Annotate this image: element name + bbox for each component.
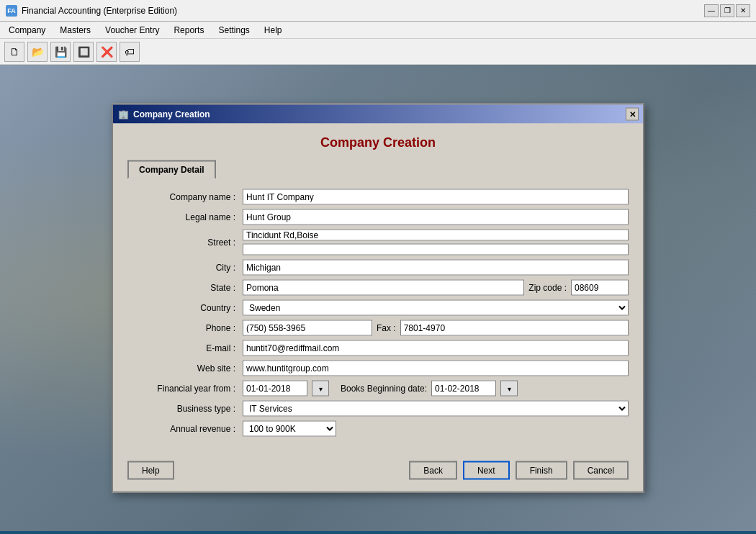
toolbar-tag[interactable]: 🏷 [120, 42, 140, 62]
city-row: City : [127, 260, 629, 276]
zip-input[interactable] [571, 280, 629, 296]
menu-voucher-entry[interactable]: Voucher Entry [99, 24, 165, 37]
menu-company[interactable]: Company [3, 24, 51, 37]
cancel-button[interactable]: Cancel [573, 461, 629, 480]
tab-company-detail[interactable]: Company Detail [127, 160, 216, 179]
dialog-close-button[interactable]: ✕ [626, 108, 639, 121]
app-icon: FA [6, 5, 17, 17]
legal-name-input[interactable] [243, 209, 629, 225]
website-label: Web site : [127, 363, 243, 374]
app-title: Financial Accounting (Enterprise Edition… [22, 6, 177, 16]
financial-year-row: Financial year from : ▾ Books Beginning … [127, 381, 629, 397]
fax-input[interactable] [400, 320, 629, 336]
state-label: State : [127, 283, 243, 293]
menu-masters[interactable]: Masters [54, 24, 96, 37]
close-button[interactable]: ✕ [736, 4, 750, 17]
fax-label: Fax : [377, 323, 396, 333]
street-row: Street : [127, 230, 629, 255]
phone-input[interactable] [243, 320, 372, 336]
fin-year-calendar-button[interactable]: ▾ [312, 381, 329, 397]
country-row: Country : Sweden United States United Ki… [127, 300, 629, 316]
street-line1-input[interactable] [243, 230, 629, 241]
state-input[interactable] [243, 280, 524, 296]
company-creation-dialog: 🏢 Company Creation ✕ Company Creation Co… [112, 104, 644, 493]
street-label: Street : [127, 237, 243, 248]
main-background: 🏢 Company Creation ✕ Company Creation Co… [0, 65, 756, 531]
business-type-label: Business type : [127, 404, 243, 414]
company-name-input[interactable] [243, 189, 629, 205]
books-date-calendar-button[interactable]: ▾ [500, 381, 518, 397]
country-label: Country : [127, 303, 243, 313]
title-bar: FA Financial Accounting (Enterprise Edit… [0, 0, 756, 22]
website-input[interactable] [243, 361, 629, 376]
annual-revenue-row: Annual revenue : 100 to 900K 1M to 5M 5M… [127, 421, 629, 437]
phone-fax-row: Phone : Fax : [127, 320, 629, 336]
country-select[interactable]: Sweden United States United Kingdom Germ… [243, 300, 629, 316]
dialog-title: Company Creation [133, 109, 210, 119]
restore-button[interactable]: ❐ [720, 4, 734, 17]
toolbar-save[interactable]: 💾 [50, 42, 71, 62]
dialog-footer: Help Back Next Finish Cancel [113, 453, 643, 492]
dialog-heading: Company Creation [127, 135, 629, 150]
email-row: E-mail : [127, 340, 629, 356]
business-type-select[interactable]: IT Services Manufacturing Retail Finance [243, 401, 629, 417]
street-line2-input[interactable] [243, 244, 629, 255]
company-name-label: Company name : [127, 192, 243, 202]
email-label: E-mail : [127, 343, 243, 353]
email-input[interactable] [243, 340, 629, 356]
zip-label: Zip code : [528, 283, 567, 293]
toolbar-new[interactable]: 🗋 [4, 42, 24, 62]
business-type-row: Business type : IT Services Manufacturin… [127, 401, 629, 417]
help-button[interactable]: Help [127, 461, 174, 480]
annual-rev-select[interactable]: 100 to 900K 1M to 5M 5M to 10M 10M+ [243, 421, 336, 437]
books-date-input[interactable] [431, 381, 496, 397]
dialog-body: Company Creation Company Detail Company … [113, 124, 643, 453]
bottom-bar: BarcodeLabelSoftware.Net [0, 531, 756, 534]
next-button[interactable]: Next [463, 461, 510, 480]
dialog-icon: 🏢 [117, 109, 129, 120]
menu-bar: Company Masters Voucher Entry Reports Se… [0, 22, 756, 39]
menu-settings[interactable]: Settings [212, 24, 255, 37]
phone-label: Phone : [127, 323, 243, 333]
fin-year-input[interactable] [243, 381, 307, 397]
minimize-button[interactable]: — [704, 4, 719, 17]
tab-area: Company Detail [127, 160, 629, 179]
website-row: Web site : [127, 361, 629, 376]
books-date-label: Books Beginning date: [341, 384, 427, 394]
company-name-row: Company name : [127, 189, 629, 205]
toolbar-open[interactable]: 📂 [27, 42, 48, 62]
finish-button[interactable]: Finish [516, 461, 567, 480]
menu-reports[interactable]: Reports [168, 24, 210, 37]
dialog-title-bar: 🏢 Company Creation ✕ [113, 105, 643, 124]
form-area: Company name : Legal name : Street : [127, 189, 629, 437]
fin-year-label: Financial year from : [127, 384, 243, 394]
menu-help[interactable]: Help [258, 24, 288, 37]
city-input[interactable] [243, 260, 629, 276]
toolbar: 🗋 📂 💾 🔲 ❌ 🏷 [0, 39, 756, 65]
back-button[interactable]: Back [409, 461, 457, 480]
legal-name-label: Legal name : [127, 212, 243, 222]
annual-rev-label: Annual revenue : [127, 424, 243, 434]
legal-name-row: Legal name : [127, 209, 629, 225]
toolbar-delete[interactable]: ❌ [96, 42, 117, 62]
state-zip-row: State : Zip code : [127, 280, 629, 296]
toolbar-grid[interactable]: 🔲 [73, 42, 94, 62]
window-controls: — ❐ ✕ [704, 4, 750, 17]
city-label: City : [127, 263, 243, 273]
